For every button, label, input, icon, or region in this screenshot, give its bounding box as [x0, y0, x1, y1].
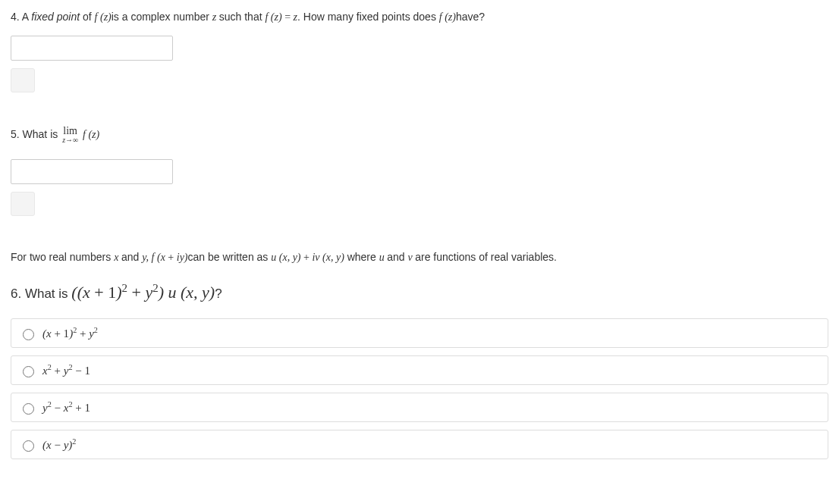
question-6: 6. What is ((x + 1)2 + y2) u (x, y)? (x …	[11, 280, 828, 459]
q5-answer-input[interactable]	[11, 159, 173, 184]
option-c-label: y2 − x2 + 1	[42, 400, 90, 415]
intro-fxy: f (x + iy)	[152, 252, 188, 263]
option-d-label: (x − y)2	[42, 437, 76, 452]
option-c-radio[interactable]	[23, 403, 34, 415]
intro-x: x	[114, 252, 121, 263]
limit-sub: z→∞	[62, 136, 78, 144]
question-6-text: 6. What is ((x + 1)2 + y2) u (x, y)?	[11, 280, 828, 305]
intro-y: y,	[142, 252, 151, 263]
q5-check-box[interactable]	[11, 192, 35, 216]
q6-pre: What is	[21, 286, 71, 301]
q6-expr: ((x + 1)2 + y2) u (x, y)	[71, 283, 215, 302]
q4-math-f1: f (z)	[95, 11, 112, 23]
q4-txt-e: . How many fixed points does	[297, 11, 439, 23]
limit-top: lim	[62, 126, 78, 136]
option-b[interactable]: x2 + y2 − 1	[11, 355, 828, 385]
question-5-text: 5. What is limz→∞ f (z)	[11, 126, 828, 144]
option-a[interactable]: (x + 1)2 + y2	[11, 318, 828, 348]
q4-math-f2: f (z)	[439, 11, 456, 23]
intro-v: v	[407, 252, 415, 263]
q4-term: fixed point	[31, 11, 80, 23]
intro-t1: For two real numbers	[11, 251, 114, 263]
question-4: 4. A fixed point of f (z)is a complex nu…	[11, 9, 828, 92]
q4-check-box[interactable]	[11, 68, 35, 92]
q6-tail: ?	[215, 286, 222, 301]
q4-txt-a: A	[22, 11, 31, 23]
intro-t2: and	[121, 251, 142, 263]
option-b-label: x2 + y2 − 1	[42, 363, 90, 377]
question-5: 5. What is limz→∞ f (z)	[11, 126, 828, 216]
option-d-radio[interactable]	[23, 440, 34, 452]
intro-paragraph: For two real numbers x and y, f (x + iy)…	[11, 249, 828, 265]
q5-txt-pre: What is	[20, 128, 61, 140]
q5-fn: f (z)	[83, 129, 99, 140]
intro-t4: where	[344, 251, 379, 263]
q6-number: 6.	[11, 286, 21, 301]
intro-t5: and	[387, 251, 407, 263]
q4-math-eq: f (z) = z	[265, 11, 297, 23]
q4-answer-input[interactable]	[11, 36, 173, 61]
q4-txt-f: have?	[456, 11, 485, 23]
q4-txt-b: of	[80, 11, 94, 23]
option-a-radio[interactable]	[23, 329, 34, 340]
q4-txt-d: such that	[219, 11, 266, 23]
option-d[interactable]: (x − y)2	[11, 430, 828, 459]
intro-t3: can be written as	[188, 251, 272, 263]
option-a-label: (x + 1)2 + y2	[42, 326, 98, 340]
q4-txt-c: is a complex number	[112, 11, 212, 23]
intro-u: u	[379, 252, 388, 263]
intro-t6: are functions of real variables.	[415, 251, 557, 263]
limit-notation: limz→∞	[62, 126, 78, 144]
q5-number: 5.	[11, 128, 20, 140]
option-b-radio[interactable]	[23, 366, 34, 377]
q4-number: 4.	[11, 11, 20, 23]
option-c[interactable]: y2 − x2 + 1	[11, 393, 828, 422]
q4-var-z: z	[212, 11, 219, 23]
intro-uv: u (x, y) + iv (x, y)	[271, 252, 344, 263]
question-4-text: 4. A fixed point of f (z)is a complex nu…	[11, 9, 828, 25]
